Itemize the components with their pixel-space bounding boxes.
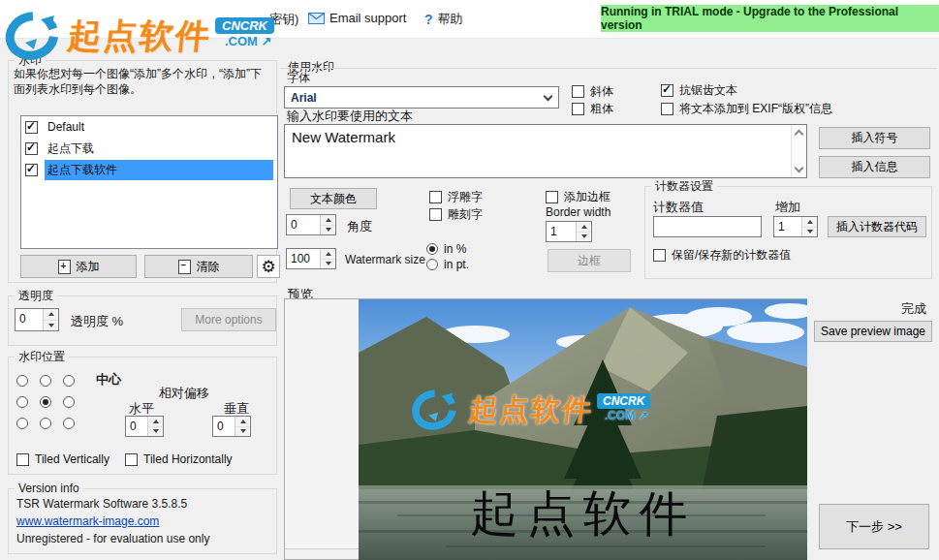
size-in-pt-radio[interactable]: in pt. [426,258,469,271]
radio[interactable] [426,243,438,255]
emboss-label: 浮雕字 [448,189,483,205]
watermark-bottom-text: 起点软件 [359,482,807,546]
position-group-title: 水印位置 [15,350,69,363]
vertical-offset-spinner[interactable]: 0 [212,416,251,437]
checkbox[interactable] [572,103,584,115]
textarea-scrollbar[interactable] [791,125,806,177]
add-button-label: 添加 [77,259,100,275]
logo-text: 起点软件 [66,14,214,59]
logo-badge: CNCRK [215,17,274,34]
list-item-checkbox[interactable] [25,121,38,134]
list-item[interactable]: 起点下载 [21,138,277,159]
text-color-button[interactable]: 文本颜色 [290,188,377,209]
engrave-checkbox[interactable]: 雕刻字 [429,206,483,223]
opacity-spinner[interactable]: 0 [15,308,59,331]
scroll-down-icon[interactable] [795,164,804,173]
opacity-suffix-label: 透明度 % [71,313,123,330]
spinner-arrows[interactable] [576,222,591,241]
font-combobox[interactable]: Arial [284,86,559,109]
add-border-checkbox[interactable]: 添加边框 [546,189,610,205]
version-group-title: Version info [15,482,83,495]
italic-label: 斜体 [590,83,613,100]
insert-info-button[interactable]: 插入信息 [819,156,930,178]
border-width-value: 1 [547,222,576,241]
checkbox[interactable] [16,453,29,466]
add-border-label: 添加边框 [564,189,610,205]
insert-symbol-button[interactable]: 插入符号 [819,127,930,149]
checkbox[interactable] [125,453,138,466]
spinner-arrows[interactable] [43,309,58,330]
clear-watermark-button[interactable]: 清除 [144,255,253,278]
size-in-percent-radio[interactable]: in % [426,242,466,256]
list-item-label: Default [45,118,273,136]
spinner-arrows[interactable] [147,417,163,436]
checkbox[interactable] [429,191,442,203]
increment-spinner[interactable]: 1 [773,216,818,237]
horizontal-offset-spinner[interactable]: 0 [125,416,164,437]
checkbox[interactable] [661,84,673,97]
increment-value: 1 [774,217,801,236]
exif-copyright-checkbox[interactable]: 将文本添加到 EXIF“版权”信息 [661,101,832,117]
list-item-checkbox[interactable] [25,164,38,176]
save-preview-image-button[interactable]: Save preview image [814,321,932,342]
position-radio-top-center[interactable] [40,375,51,387]
menu-item-help[interactable]: ? 帮助 [424,11,463,28]
list-item[interactable]: Default [21,116,277,138]
border-button[interactable]: 边框 [548,249,631,272]
checkbox[interactable] [661,103,673,115]
checkbox[interactable] [546,191,558,203]
position-radio-top-left[interactable] [16,375,28,387]
angle-spinner[interactable]: 0 [286,214,336,235]
antialias-checkbox[interactable]: 抗锯齿文本 [661,82,737,99]
list-item-label: 起点下载软件 [45,160,273,180]
list-item-checkbox[interactable] [25,142,38,155]
keep-counter-value-label: 保留/保存新的计数器值 [672,247,791,264]
radio[interactable] [426,259,438,270]
position-radio-bottom-center[interactable] [40,418,51,429]
watermark-size-spinner[interactable]: 100 [286,248,336,269]
settings-button[interactable]: ⚙ [257,255,280,278]
position-radio-bottom-left[interactable] [16,418,28,429]
list-item-selected[interactable]: 起点下载软件 [21,159,277,180]
center-position-label: 中心 [96,371,121,389]
keep-counter-value-checkbox[interactable]: 保留/保存新的计数器值 [653,247,791,264]
preview-image: 起点软件 CNCRK .COM ↗ 起点软件 [359,299,807,560]
text-color-label: 文本颜色 [310,191,357,207]
spinner-arrows[interactable] [801,217,817,236]
in-pt-label: in pt. [444,258,469,271]
spinner-arrows[interactable] [235,417,250,436]
more-options-button[interactable]: More options [181,308,276,331]
border-button-label: 边框 [578,253,601,269]
watermark-badge: CNCRK [597,393,650,409]
border-width-spinner[interactable]: 1 [546,221,592,242]
trial-mode-banner[interactable]: Running in TRIAL mode - Upgrade to the P… [601,5,939,32]
increment-label: 增加 [775,199,800,216]
position-radio-center[interactable] [40,396,51,408]
preview-left-strip [285,299,359,549]
tiled-vertically-checkbox[interactable]: Tiled Vertically [16,452,110,466]
spinner-arrows[interactable] [320,249,335,268]
done-label: 完成 [901,300,926,318]
position-radio-bottom-right[interactable] [63,418,75,429]
position-radio-middle-left[interactable] [16,396,28,408]
next-step-button[interactable]: 下一步 >> [819,504,929,549]
watermark-text-input[interactable]: New Watermark [284,124,807,178]
clear-page-icon [178,260,191,274]
position-radio-top-right[interactable] [63,375,75,387]
menu-item-email-support[interactable]: Email support [308,11,406,25]
checkbox[interactable] [572,85,584,98]
insert-counter-code-button[interactable]: 插入计数器代码 [828,216,926,237]
website-link[interactable]: www.watermark-image.com [16,514,159,528]
counter-value-input[interactable] [653,216,762,237]
scroll-up-icon[interactable] [795,130,804,140]
position-radio-middle-right[interactable] [63,396,75,408]
tiled-horizontally-checkbox[interactable]: Tiled Horizontally [125,452,233,466]
checkbox[interactable] [429,208,442,221]
italic-checkbox[interactable]: 斜体 [572,83,613,100]
emboss-checkbox[interactable]: 浮雕字 [429,189,483,205]
watermark-listbox[interactable]: Default 起点下载 起点下载软件 [20,115,278,249]
spinner-arrows[interactable] [320,215,335,234]
add-watermark-button[interactable]: 添加 [20,255,137,278]
bold-checkbox[interactable]: 粗体 [572,101,613,117]
checkbox[interactable] [653,249,666,262]
